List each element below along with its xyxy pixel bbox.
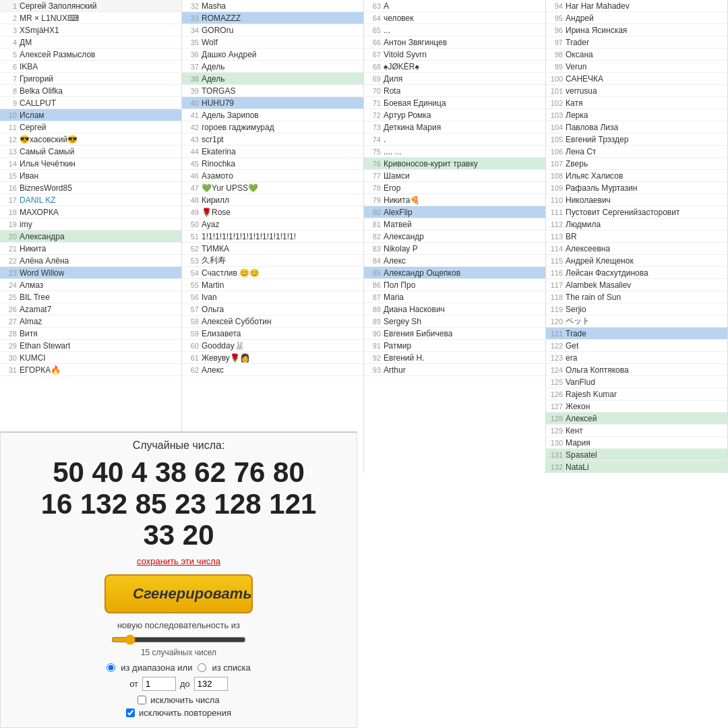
list-row[interactable]: 62Алекс [182, 364, 363, 376]
list-row[interactable]: 46Азамото [182, 170, 363, 182]
list-row[interactable]: 87Maria [364, 291, 545, 303]
list-row[interactable]: 40HUHU79 [182, 97, 363, 109]
list-row[interactable]: 74. [364, 133, 545, 146]
list-row[interactable]: 31ЕГОРКА🔥 [0, 364, 181, 376]
list-radio[interactable] [198, 663, 206, 672]
list-row[interactable]: 38Адель [182, 73, 363, 85]
list-row[interactable]: 49🌹Rose [182, 206, 363, 218]
list-row[interactable]: 89Sergey Sh [364, 315, 545, 328]
list-row[interactable]: 56Ivan [182, 291, 363, 303]
list-row[interactable]: 109Рафаэль Муртазин [546, 182, 727, 194]
list-row[interactable]: 103Лерка [546, 109, 727, 121]
list-row[interactable]: 30KUMCI [0, 352, 181, 364]
list-row[interactable]: 90Евгения Бибичева [364, 328, 545, 340]
list-row[interactable]: 32Masha [182, 0, 363, 12]
list-row[interactable]: 5Алексей Размыслов [0, 49, 181, 61]
list-row[interactable]: 88Диана Наскович [364, 303, 545, 315]
list-row[interactable]: 63А [364, 0, 545, 12]
list-row[interactable]: 57Ольга [182, 303, 363, 315]
list-row[interactable]: 60Goodday🐰 [182, 340, 363, 352]
list-row[interactable]: 91Ратмир [364, 340, 545, 352]
list-row[interactable]: 8Belka Olifka [0, 85, 181, 97]
list-row[interactable]: 13Самый Самый [0, 146, 181, 158]
list-row[interactable]: 104Павлова Лиза [546, 121, 727, 133]
list-row[interactable]: 79Никита🍕 [364, 194, 545, 206]
no-repeat-checkbox[interactable] [126, 708, 135, 717]
list-row[interactable]: 73Деткина Мария [364, 121, 545, 133]
list-row[interactable]: 54Счастлив 😊😊 [182, 267, 363, 279]
list-row[interactable]: 48Кирилл [182, 194, 363, 206]
list-row[interactable]: 10Ислам [0, 109, 181, 121]
list-row[interactable]: 14Илья Чечёткин [0, 158, 181, 170]
list-row[interactable]: 47💚Yur UPSS💚 [182, 182, 363, 194]
list-row[interactable]: 116Лейсан Фасхутдинова [546, 267, 727, 279]
list-row[interactable]: 66Антон Звягинцев [364, 36, 545, 49]
list-row[interactable]: 121Trade [546, 328, 727, 340]
list-row[interactable]: 58Алексей Субботин [182, 315, 363, 328]
range-radio[interactable] [107, 663, 115, 672]
list-row[interactable]: 17DANIL KZ [0, 194, 181, 206]
list-row[interactable]: 95Андрей [546, 12, 727, 24]
list-row[interactable]: 125VanFlud [546, 376, 727, 388]
list-row[interactable]: 3XSmjáHX1 [0, 24, 181, 36]
list-row[interactable]: 7Григорий [0, 73, 181, 85]
list-row[interactable]: 16BiznesWord85 [0, 182, 181, 194]
list-row[interactable]: 129Кент [546, 425, 727, 437]
list-row[interactable]: 80AlexFlip [364, 206, 545, 218]
list-row[interactable]: 75.... ... [364, 146, 545, 158]
list-row[interactable]: 69Диля [364, 73, 545, 85]
list-row[interactable]: 85Александр Ощепков [364, 267, 545, 279]
list-row[interactable]: 97Trader [546, 36, 727, 49]
list-row[interactable]: 123era [546, 352, 727, 364]
list-row[interactable]: 53久利寿 [182, 255, 363, 267]
list-row[interactable]: 18МАХОРКА [0, 206, 181, 218]
list-row[interactable]: 41Адель Зарипов [182, 109, 363, 121]
list-row[interactable]: 39TORGAS [182, 85, 363, 97]
list-row[interactable]: 77Шамси [364, 170, 545, 182]
list-row[interactable]: 20Александра [0, 231, 181, 243]
list-row[interactable]: 50Ayaz [182, 218, 363, 231]
list-row[interactable]: 28Витя [0, 328, 181, 340]
list-row[interactable]: 64человек [364, 12, 545, 24]
list-row[interactable]: 100САНЕЧКА [546, 73, 727, 85]
list-row[interactable]: 34GOROru [182, 24, 363, 36]
list-row[interactable]: 43scr1pt [182, 133, 363, 146]
list-row[interactable]: 2MR × L1NUX⌨ [0, 12, 181, 24]
list-row[interactable]: 4ДМ [0, 36, 181, 49]
list-row[interactable]: 105Евгений Трэздер [546, 133, 727, 146]
from-input[interactable] [142, 677, 176, 691]
list-row[interactable]: 42гороев гаджимурад [182, 121, 363, 133]
list-row[interactable]: 113BR [546, 231, 727, 243]
list-row[interactable]: 124Ольга Коптякова [546, 364, 727, 376]
list-row[interactable]: 128Алексей [546, 413, 727, 425]
list-row[interactable]: 72Артур Ромка [364, 109, 545, 121]
list-row[interactable]: 45Rinochka [182, 158, 363, 170]
list-row[interactable]: 70Rota [364, 85, 545, 97]
save-link[interactable]: сохранить эти числа [14, 556, 343, 566]
list-row[interactable]: 86Пол Про [364, 279, 545, 291]
list-row[interactable]: 29Ethan Stewart [0, 340, 181, 352]
list-row[interactable]: 118The rain of Sun [546, 291, 727, 303]
list-row[interactable]: 92Евгений Н. [364, 352, 545, 364]
list-row[interactable]: 110Николаевич [546, 194, 727, 206]
list-row[interactable]: 59Елизавета [182, 328, 363, 340]
list-row[interactable]: 96Ирина Ясинская [546, 24, 727, 36]
list-row[interactable]: 132NataLi [546, 461, 727, 473]
list-row[interactable]: 1Сергей Заполянский [0, 0, 181, 12]
list-row[interactable]: 21Никита [0, 243, 181, 255]
list-row[interactable]: 36Дашко Андрей [182, 49, 363, 61]
list-row[interactable]: 84Алекс [364, 255, 545, 267]
list-row[interactable]: 114Алексеевна [546, 243, 727, 255]
list-row[interactable]: 93Arthur [364, 364, 545, 376]
list-row[interactable]: 99Verun [546, 61, 727, 73]
list-row[interactable]: 67Vitold Syvrn [364, 49, 545, 61]
list-row[interactable]: 78Егор [364, 182, 545, 194]
list-row[interactable]: 44Ekaterina [182, 146, 363, 158]
list-row[interactable]: 71Боевая Единица [364, 97, 545, 109]
exclude-checkbox[interactable] [138, 696, 146, 704]
list-row[interactable]: 11Сергей [0, 121, 181, 133]
list-row[interactable]: 12😎хасовский😎 [0, 133, 181, 146]
list-row[interactable]: 83Nikolay P [364, 243, 545, 255]
list-row[interactable]: 126Rajesh Kumar [546, 388, 727, 400]
list-row[interactable]: 82Александр [364, 231, 545, 243]
